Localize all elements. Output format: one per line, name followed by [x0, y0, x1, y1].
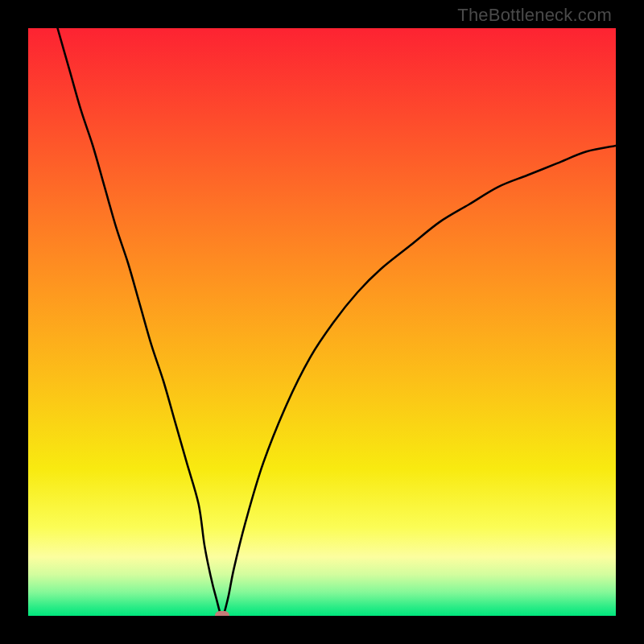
watermark-text: TheBottleneck.com: [457, 5, 612, 26]
plot-area: [28, 28, 616, 616]
bottleneck-curve: [28, 28, 616, 616]
chart-frame: TheBottleneck.com: [0, 0, 644, 644]
minimum-marker: [215, 611, 229, 616]
